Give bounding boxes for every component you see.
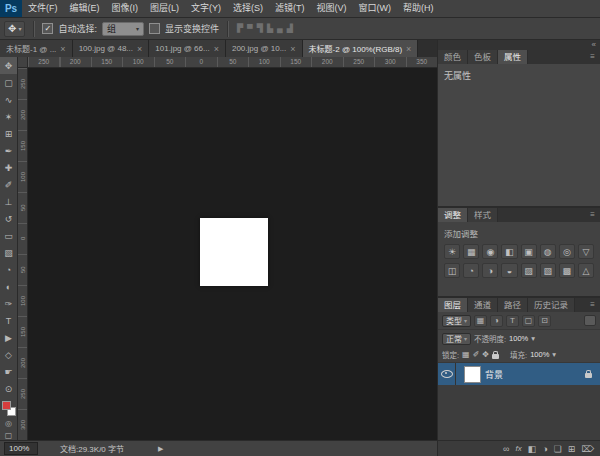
menu-item[interactable]: 编辑(E) [64,0,106,17]
horizontal-ruler[interactable]: 25020015010050050100150200250300350 [28,57,437,68]
healing-brush-tool[interactable]: ✚ [0,159,17,176]
align-icon[interactable]: ▟ [286,24,294,33]
layer-filter-icon[interactable]: ▢ [522,315,535,327]
screen-mode-icon[interactable]: ▢ [5,431,13,440]
history-brush-tool[interactable]: ↺ [0,210,17,227]
vertical-ruler[interactable]: 25020015010050050100150200250300 [18,68,28,440]
document-tab[interactable]: 未标题-2 @ 100%(RGB/8) × [303,40,419,57]
panel-tab[interactable]: 通道 [468,298,498,312]
blend-mode-dropdown[interactable]: 正常 ▾ [442,333,471,345]
adjustment-icon[interactable]: ▽ [578,244,594,259]
menu-item[interactable]: 帮助(H) [397,0,440,17]
panel-menu-icon[interactable]: ≡ [585,50,600,64]
adjustment-icon[interactable]: ◧ [501,244,517,259]
adjustment-icon[interactable]: ◎ [559,244,575,259]
adjustment-icon[interactable]: ▣ [521,244,537,259]
tab-close-icon[interactable]: × [214,44,219,54]
document-tab[interactable]: 100.jpg @ 48... × [73,40,150,57]
brush-tool[interactable]: ✐ [0,176,17,193]
layer-list-empty-area[interactable] [438,385,600,440]
panel-tab[interactable]: 样式 [468,208,498,222]
layer-thumbnail[interactable] [465,367,480,382]
tool-preset-button[interactable]: ✥ ▾ [4,21,25,37]
lasso-tool[interactable]: ∿ [0,91,17,108]
layer-row[interactable]: 背景 [438,363,600,385]
layer-filter-icon[interactable]: ◑ [490,315,503,327]
menu-item[interactable]: 视图(V) [311,0,353,17]
lock-option-icon[interactable]: ✐ [473,350,480,359]
gradient-tool[interactable]: ▧ [0,244,17,261]
foreground-color-swatch[interactable] [2,401,11,410]
layer-filter-kind-dropdown[interactable]: 类型 ▾ [442,315,471,327]
zoom-level-field[interactable]: 100% [4,442,38,455]
adjustment-icon[interactable]: ☀ [444,244,460,259]
align-icon[interactable]: ▀ [246,24,254,33]
menu-item[interactable]: 滤镜(T) [269,0,311,17]
visibility-toggle[interactable] [438,363,456,385]
move-tool[interactable]: ✥ [0,57,17,74]
link-layers-icon[interactable]: ∞ [503,442,509,456]
align-icon[interactable]: ▄ [276,24,284,33]
eyedropper-tool[interactable]: ✒ [0,142,17,159]
shape-tool[interactable]: ◇ [0,346,17,363]
tab-close-icon[interactable]: × [137,44,142,54]
menu-item[interactable]: 图层(L) [144,0,185,17]
quick-mask-icon[interactable]: ◎ [5,419,12,428]
document-tab[interactable]: 200.jpg @ 10... × [226,40,303,57]
new-adjustment-layer-icon[interactable]: ◑ [542,442,547,456]
adjustment-icon[interactable]: △ [578,263,594,278]
rectangular-marquee-tool[interactable]: ▢ [0,74,17,91]
adjustment-icon[interactable]: ▨ [521,263,537,278]
align-icon[interactable]: ▜ [256,24,264,33]
panel-tab[interactable]: 调整 [438,208,468,222]
adjustment-icon[interactable]: ◍ [540,244,556,259]
photoshop-logo-icon[interactable]: Ps [0,0,22,17]
layer-filter-icon[interactable]: T [506,315,519,327]
layer-style-icon[interactable]: fx [515,442,521,456]
blur-tool[interactable]: ◔ [0,261,17,278]
adjustment-icon[interactable]: ▧ [540,263,556,278]
delete-layer-icon[interactable]: ⌦ [581,442,594,456]
panel-tab[interactable]: 历史记录 [528,298,575,312]
chevron-down-icon[interactable]: ▾ [531,334,535,343]
new-group-icon[interactable]: ❏ [554,442,562,456]
status-options-arrow-icon[interactable]: ▶ [158,445,163,453]
crop-tool[interactable]: ⊞ [0,125,17,142]
document-canvas[interactable] [200,218,268,286]
menu-item[interactable]: 图像(I) [106,0,145,17]
new-layer-icon[interactable]: ⊞ [568,442,576,456]
panel-tab[interactable]: 图层 [438,298,468,312]
menu-item[interactable]: 窗口(W) [353,0,398,17]
menu-item[interactable]: 选择(S) [227,0,269,17]
adjustment-icon[interactable]: ◔ [463,263,479,278]
collapse-panels-icon[interactable]: « [592,40,596,50]
adjustment-icon[interactable]: ◉ [482,244,498,259]
path-selection-tool[interactable]: ▶ [0,329,17,346]
adjustment-icon[interactable]: ◑ [482,263,498,278]
lock-option-icon[interactable]: ▦ [462,350,470,359]
tab-close-icon[interactable]: × [290,44,295,54]
opacity-value[interactable]: 100% [509,334,528,343]
quick-selection-tool[interactable]: ✶ [0,108,17,125]
tab-close-icon[interactable]: × [406,44,411,54]
document-tab[interactable]: 未标题-1 @ ... × [0,40,73,57]
chevron-down-icon[interactable]: ▾ [552,350,556,359]
adjustment-icon[interactable]: ◫ [444,263,460,278]
lock-option-icon[interactable]: ✥ [482,350,489,359]
show-transform-checkbox[interactable] [149,23,160,34]
layer-filter-icon[interactable]: ▦ [474,315,487,327]
adjustment-icon[interactable]: ▦ [463,244,479,259]
layer-filter-toggle[interactable] [584,315,596,326]
adjustment-icon[interactable]: ▩ [559,263,575,278]
panel-tab[interactable]: 颜色 [438,50,468,64]
clone-stamp-tool[interactable]: ⊥ [0,193,17,210]
menu-item[interactable]: 文字(Y) [185,0,227,17]
fill-value[interactable]: 100% [530,350,549,359]
pen-tool[interactable]: ✑ [0,295,17,312]
lock-all-icon[interactable] [492,354,499,359]
eraser-tool[interactable]: ▭ [0,227,17,244]
color-swatches[interactable] [2,401,16,416]
align-icon[interactable]: ▛ [236,24,244,33]
tab-close-icon[interactable]: × [60,44,65,54]
document-tab[interactable]: 101.jpg @ 66... × [149,40,226,57]
